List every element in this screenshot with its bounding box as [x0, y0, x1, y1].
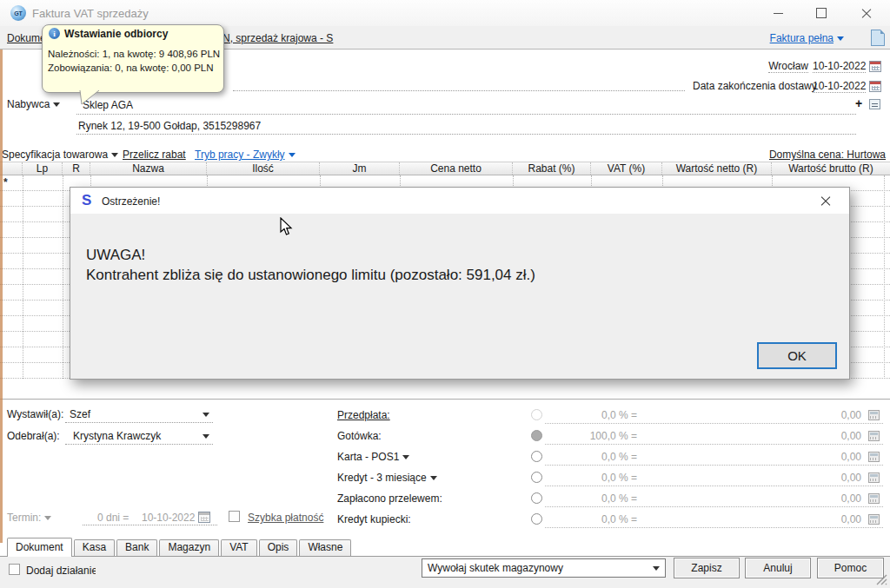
ok-button[interactable]: OK: [757, 342, 837, 369]
col-wartosc-brutto[interactable]: Wartość brutto (R): [772, 162, 890, 175]
payment-amount[interactable]: 0,00: [841, 492, 861, 505]
table-column-separator: [884, 175, 885, 379]
document-page-icon[interactable]: [871, 30, 885, 46]
payment-percent[interactable]: 0,0 % =: [601, 492, 637, 505]
buyer-name-field[interactable]: Sklep AGA: [76, 97, 856, 115]
payment-row: Przedpłata: 0,0 % = 0,00: [0, 406, 890, 424]
default-price-link[interactable]: Domyślna cena: Hurtowa: [769, 149, 886, 161]
payment-radio: [531, 409, 542, 420]
delivery-end-date-field[interactable]: 10-10-2022: [813, 80, 866, 93]
dialog-close-icon[interactable]: [811, 188, 840, 214]
col-cena-netto[interactable]: Cena netto: [400, 162, 513, 175]
dialog-message-line2: Kontrahent zbliża się do ustanowionego l…: [86, 267, 535, 284]
calculator-icon[interactable]: [868, 493, 880, 504]
add-action-label[interactable]: Dodaj działanie: [26, 565, 96, 577]
tooltip-title: Wstawianie odbiorcy: [64, 28, 168, 40]
col-rabat[interactable]: Rabat (%): [513, 162, 591, 175]
payment-radio[interactable]: [531, 472, 542, 483]
tab-wlasne[interactable]: Własne: [299, 539, 351, 556]
chevron-down-icon: [289, 153, 296, 157]
amount-due-strip: Do zapłaty: 0,00 PLN: [0, 380, 890, 400]
payment-label-gotowka: Gotówka:: [337, 430, 382, 442]
col-ilosc[interactable]: Ilość: [207, 162, 320, 175]
col-selector: [0, 162, 23, 175]
new-row-marker: *: [3, 176, 8, 188]
col-jm[interactable]: Jm: [320, 162, 400, 175]
calculator-icon[interactable]: [868, 431, 880, 441]
full-invoice-dropdown[interactable]: Faktura pełna: [770, 32, 844, 44]
subiekt-gt-app-icon: GT: [10, 5, 26, 21]
payment-percent[interactable]: 0,0 % =: [601, 472, 637, 484]
menu-document-fragment[interactable]: Dokume: [7, 32, 46, 44]
buyer-dropdown[interactable]: Nabywca: [7, 98, 60, 110]
payment-row: Zapłacono przelewem: 0,0 % = 0,00: [0, 490, 890, 507]
payment-row: Karta - POS1 0,0 % = 0,00: [0, 448, 890, 466]
payment-label-karta-dropdown[interactable]: Karta - POS1: [337, 451, 409, 463]
recalc-discount-link[interactable]: Przelicz rabat: [123, 149, 186, 161]
empty-header-field[interactable]: [233, 80, 685, 91]
chevron-down-icon: [653, 566, 660, 571]
cancel-button[interactable]: Anuluj: [745, 558, 811, 578]
payment-percent[interactable]: 0,0 % =: [601, 409, 637, 421]
tab-vat[interactable]: VAT: [221, 539, 257, 556]
tab-kasa[interactable]: Kasa: [74, 539, 115, 556]
contractor-list-icon[interactable]: [869, 99, 880, 109]
payment-row: Kredyt - 3 miesiące 0,0 % = 0,00: [0, 469, 890, 486]
calculator-icon[interactable]: [868, 514, 880, 525]
payment-radio[interactable]: [531, 513, 542, 525]
menu-doc-type-fragment[interactable]: N, sprzedaż krajowa - S: [222, 32, 333, 44]
col-nazwa[interactable]: Nazwa: [90, 162, 207, 175]
payment-radio[interactable]: [531, 451, 542, 462]
payment-amount[interactable]: 0,00: [841, 409, 861, 421]
payment-amount[interactable]: 0,00: [841, 472, 861, 484]
tab-magazyn[interactable]: Magazyn: [159, 539, 219, 556]
tab-bank[interactable]: Bank: [116, 539, 157, 556]
full-invoice-label[interactable]: Faktura pełna: [770, 32, 834, 44]
tooltip-receivables: Należności: 1, na kwotę: 9 408,96 PLN: [48, 49, 220, 59]
mouse-cursor: [280, 217, 294, 236]
payment-percent[interactable]: 0,0 % =: [601, 513, 637, 525]
tab-opis[interactable]: Opis: [259, 539, 298, 556]
calculator-icon[interactable]: [868, 410, 880, 420]
chevron-down-icon: [837, 36, 844, 41]
warehouse-effect-select[interactable]: Wywołaj skutek magazynowy: [422, 558, 666, 578]
maximize-button-icon[interactable]: [802, 0, 840, 26]
items-table-header: Lp R Nazwa Ilość Jm Cena netto Rabat (%)…: [0, 162, 890, 175]
close-button-icon[interactable]: [847, 0, 886, 26]
col-wartosc-netto[interactable]: Wartość netto (R): [662, 162, 772, 175]
payment-underline: [545, 506, 883, 507]
specification-dropdown[interactable]: Specyfikacja towarowa: [2, 149, 118, 161]
payment-percent[interactable]: 0,0 % =: [601, 451, 637, 463]
payment-label-kredyt-dropdown[interactable]: Kredyt - 3 miesiące: [337, 472, 437, 484]
payment-amount[interactable]: 0,00: [841, 430, 861, 442]
payment-radio-selected[interactable]: [531, 430, 542, 441]
payment-radio[interactable]: [531, 492, 542, 504]
calendar-icon[interactable]: [869, 61, 881, 72]
add-buyer-button[interactable]: +: [855, 96, 862, 110]
calculator-icon[interactable]: [868, 472, 880, 483]
buyer-address-field[interactable]: Rynek 12, 19-500 Gołdap, 3515298967: [76, 118, 856, 135]
payment-label-kredyt-kupiecki: Kredyt kupiecki:: [337, 513, 411, 525]
payment-underline: [545, 465, 883, 466]
minimize-button-icon[interactable]: [759, 0, 797, 26]
window-title: Faktura VAT sprzedaży: [32, 7, 149, 20]
help-button[interactable]: Pomoc: [817, 558, 884, 578]
save-button[interactable]: Zapisz: [674, 558, 740, 578]
payment-underline: [545, 444, 883, 445]
issue-date-field[interactable]: 10-10-2022: [813, 60, 866, 73]
add-action-checkbox[interactable]: [9, 564, 20, 575]
col-r[interactable]: R: [63, 162, 90, 175]
issue-city-field[interactable]: Wrocław: [768, 60, 808, 73]
bottom-tab-strip: Dokument Kasa Bank Magazyn VAT Opis Włas…: [0, 537, 890, 556]
calculator-icon[interactable]: [868, 452, 880, 462]
calendar-icon[interactable]: [869, 81, 881, 92]
work-mode-dropdown[interactable]: Tryb pracy - Zwykły: [195, 149, 296, 161]
payment-label-przedplata[interactable]: Przedpłata:: [337, 409, 390, 421]
tab-dokument[interactable]: Dokument: [7, 538, 72, 557]
table-column-separator: [63, 175, 63, 379]
payment-percent[interactable]: 100,0 % =: [590, 430, 637, 442]
payment-amount[interactable]: 0,00: [841, 513, 861, 525]
col-vat[interactable]: VAT (%): [591, 162, 662, 175]
payment-amount[interactable]: 0,00: [841, 451, 861, 463]
col-lp[interactable]: Lp: [23, 162, 63, 175]
